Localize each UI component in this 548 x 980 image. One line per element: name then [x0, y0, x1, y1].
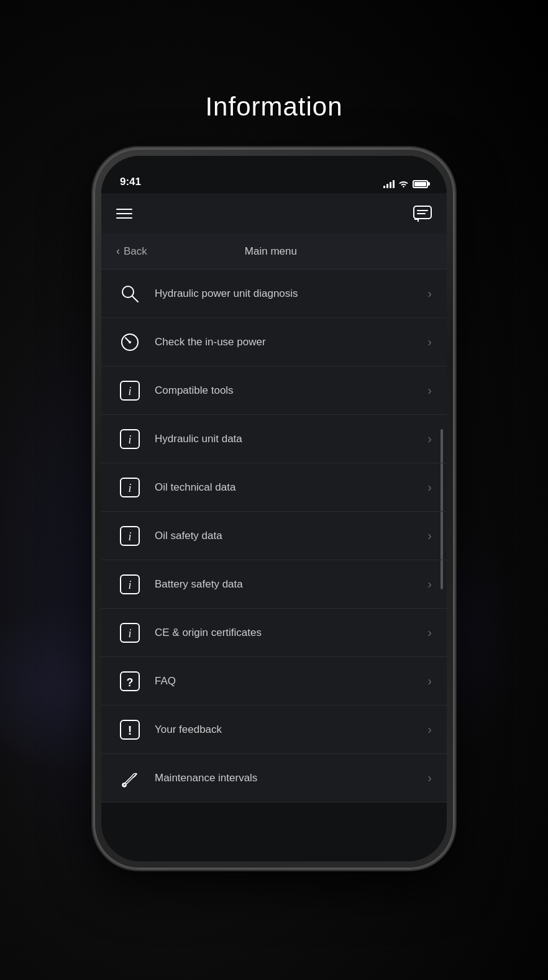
phone-wrapper: 9:41: [94, 148, 454, 869]
svg-rect-0: [414, 206, 431, 219]
menu-item-check-power[interactable]: Check the in-use power ›: [101, 318, 447, 366]
info-icon: i: [116, 474, 144, 501]
battery-fill: [414, 182, 426, 186]
chevron-right-icon: ›: [427, 529, 432, 543]
svg-text:i: i: [128, 627, 131, 640]
chevron-right-icon: ›: [427, 286, 432, 301]
svg-text:!: !: [128, 724, 132, 737]
nav-title: Main menu: [147, 245, 432, 258]
gauge-icon: [116, 329, 144, 356]
item-label-maintenance-intervals: Maintenance intervals: [155, 772, 427, 784]
chevron-right-icon: ›: [427, 771, 432, 785]
item-label-oil-technical-data: Oil technical data: [155, 481, 427, 494]
chevron-right-icon: ›: [427, 480, 432, 494]
menu-item-compatible-tools[interactable]: i Compatible tools ›: [101, 366, 447, 415]
item-label-check-power: Check the in-use power: [155, 336, 427, 348]
phone-frame: 9:41: [94, 148, 454, 869]
svg-text:i: i: [128, 579, 131, 591]
chevron-right-icon: ›: [427, 383, 432, 397]
svg-text:i: i: [128, 530, 131, 543]
menu-item-oil-safety-data[interactable]: i Oil safety data ›: [101, 512, 447, 560]
chevron-right-icon: ›: [427, 722, 432, 737]
back-chevron-icon: ‹: [116, 245, 120, 258]
info-icon: i: [116, 425, 144, 453]
svg-text:i: i: [128, 385, 131, 397]
menu-item-your-feedback[interactable]: ! Your feedback ›: [101, 706, 447, 754]
notch: [224, 156, 324, 175]
signal-bars-icon: [383, 179, 395, 188]
svg-point-6: [129, 341, 131, 343]
menu-item-faq[interactable]: ? FAQ ›: [101, 657, 447, 706]
hamburger-icon[interactable]: [116, 209, 132, 219]
battery-icon: [413, 180, 428, 188]
item-label-oil-safety-data: Oil safety data: [155, 530, 427, 542]
item-label-battery-safety-data: Battery safety data: [155, 578, 427, 591]
svg-text:i: i: [128, 482, 131, 494]
status-bar: 9:41: [101, 156, 447, 193]
menu-item-battery-safety-data[interactable]: i Battery safety data ›: [101, 560, 447, 609]
chevron-right-icon: ›: [427, 577, 432, 591]
item-label-hydraulic-unit-data: Hydraulic unit data: [155, 433, 427, 445]
chevron-right-icon: ›: [427, 432, 432, 446]
app-header: [101, 193, 447, 234]
exclamation-icon: !: [116, 716, 144, 743]
menu-item-hydraulic-unit-data[interactable]: i Hydraulic unit data ›: [101, 415, 447, 463]
chevron-right-icon: ›: [427, 335, 432, 349]
menu-item-ce-certificates[interactable]: i CE & origin certificates ›: [101, 609, 447, 657]
status-icons: [383, 179, 428, 188]
menu-item-oil-technical-data[interactable]: i Oil technical data ›: [101, 463, 447, 512]
item-label-compatible-tools: Compatible tools: [155, 384, 427, 397]
chevron-right-icon: ›: [427, 625, 432, 640]
phone-screen: 9:41: [101, 156, 447, 861]
chat-icon[interactable]: [413, 206, 432, 222]
wifi-icon: [398, 180, 409, 188]
info-icon: i: [116, 377, 144, 404]
back-label: Back: [124, 245, 147, 258]
question-icon: ?: [116, 668, 144, 695]
back-button[interactable]: ‹ Back: [116, 245, 147, 258]
wrench-icon: [116, 764, 144, 792]
status-time: 9:41: [120, 176, 383, 188]
search-icon: [116, 280, 144, 307]
back-nav: ‹ Back Main menu: [101, 234, 447, 270]
item-label-faq: FAQ: [155, 675, 427, 687]
svg-line-4: [132, 296, 138, 302]
info-icon: i: [116, 619, 144, 647]
svg-text:i: i: [128, 433, 131, 446]
item-label-your-feedback: Your feedback: [155, 724, 427, 736]
svg-text:?: ?: [127, 676, 134, 689]
page-title: Information: [205, 92, 342, 122]
menu-list: Hydraulic power unit diagnosis › Check t…: [101, 270, 447, 802]
menu-item-hydraulic-diagnosis[interactable]: Hydraulic power unit diagnosis ›: [101, 270, 447, 318]
item-label-hydraulic-diagnosis: Hydraulic power unit diagnosis: [155, 288, 427, 300]
menu-item-maintenance-intervals[interactable]: Maintenance intervals ›: [101, 754, 447, 802]
item-label-ce-certificates: CE & origin certificates: [155, 627, 427, 639]
info-icon: i: [116, 571, 144, 598]
info-icon: i: [116, 522, 144, 550]
chevron-right-icon: ›: [427, 674, 432, 688]
